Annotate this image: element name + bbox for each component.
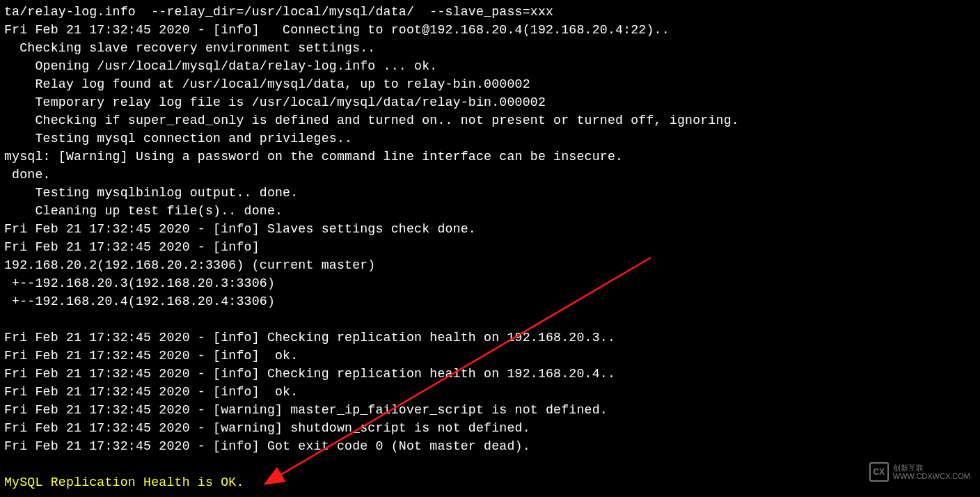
terminal-line: Fri Feb 21 17:32:45 2020 - [info] Checki… [4, 329, 976, 347]
terminal-line: Testing mysql connection and privileges.… [4, 129, 976, 148]
terminal-line: Fri Feb 21 17:32:45 2020 - [info] Got ex… [4, 437, 976, 455]
terminal-line: MySQL Replication Health is OK. [4, 473, 976, 491]
terminal-line: Cleaning up test file(s).. done. [4, 202, 976, 220]
terminal-line: Fri Feb 21 17:32:45 2020 - [info] Checki… [4, 365, 976, 383]
watermark-url: WWW.CDXWCX.COM [893, 472, 970, 480]
terminal-line: +--192.168.20.4(192.168.20.4:3306) [4, 292, 976, 310]
terminal-line: Fri Feb 21 17:32:45 2020 - [warning] mas… [4, 401, 976, 419]
terminal-line: Fri Feb 21 17:32:45 2020 - [info] ok. [4, 347, 976, 365]
terminal-line: mysql: [Warning] Using a password on the… [4, 148, 976, 166]
terminal-line: Fri Feb 21 17:32:45 2020 - [info] ok. [4, 383, 976, 401]
terminal-line [4, 310, 976, 329]
terminal-line [4, 455, 976, 473]
terminal-line: Testing mysqlbinlog output.. done. [4, 184, 976, 202]
watermark-logo-icon: CX [869, 462, 889, 482]
terminal-line: ta/relay-log.info --relay_dir=/usr/local… [4, 3, 976, 21]
terminal-line: Fri Feb 21 17:32:45 2020 - [info] Connec… [4, 21, 976, 39]
terminal-line: Relay log found at /usr/local/mysql/data… [4, 75, 976, 93]
watermark-name: 创新互联 [893, 464, 970, 472]
terminal-output[interactable]: ta/relay-log.info --relay_dir=/usr/local… [0, 0, 980, 494]
terminal-line: Fri Feb 21 17:32:45 2020 - [warning] shu… [4, 419, 976, 437]
terminal-line: done. [4, 166, 976, 184]
terminal-line: Fri Feb 21 17:32:45 2020 - [info] [4, 238, 976, 256]
terminal-line: Temporary relay log file is /usr/local/m… [4, 93, 976, 111]
terminal-line: Checking slave recovery environment sett… [4, 39, 976, 57]
terminal-line: Checking if super_read_only is defined a… [4, 111, 976, 129]
terminal-line: Fri Feb 21 17:32:45 2020 - [info] Slaves… [4, 220, 976, 238]
terminal-line: Opening /usr/local/mysql/data/relay-log.… [4, 57, 976, 75]
terminal-line: +--192.168.20.3(192.168.20.3:3306) [4, 274, 976, 292]
terminal-line: 192.168.20.2(192.168.20.2:3306) (current… [4, 256, 976, 274]
watermark: CX 创新互联 WWW.CDXWCX.COM [869, 462, 970, 482]
